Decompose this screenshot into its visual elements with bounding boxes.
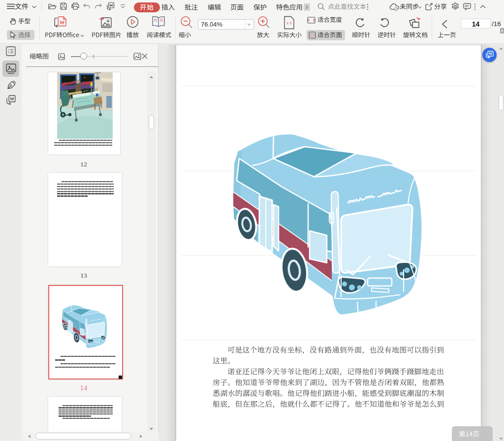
svg-text:1:1: 1:1 xyxy=(286,21,292,25)
